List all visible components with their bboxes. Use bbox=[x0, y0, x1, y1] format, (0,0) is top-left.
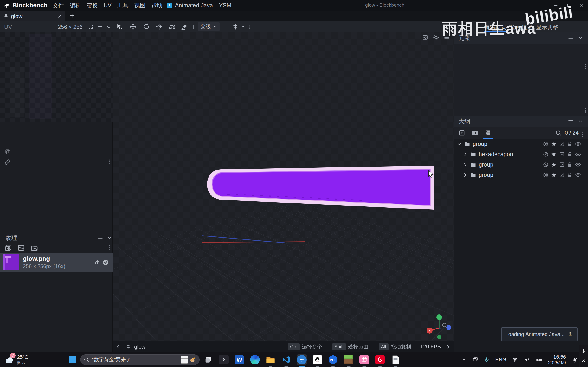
elements-panel-collapse-icon[interactable] bbox=[578, 35, 583, 41]
tab-close-icon[interactable] bbox=[57, 14, 62, 19]
taskbar-qq-icon[interactable] bbox=[312, 354, 323, 365]
tab-glow[interactable]: glow bbox=[0, 10, 65, 21]
export-toggle-icon[interactable] bbox=[543, 151, 549, 157]
lock-open-icon[interactable] bbox=[567, 141, 573, 147]
taskbar-word-icon[interactable]: W bbox=[234, 354, 245, 365]
lock-open-icon[interactable] bbox=[567, 151, 573, 157]
outliner-panel-menu-icon[interactable] bbox=[568, 118, 574, 124]
snap-dropdown-icon[interactable] bbox=[241, 25, 245, 29]
tray-date[interactable]: 2025/9/9 bbox=[548, 360, 566, 365]
parent-dropdown[interactable]: 父级 bbox=[198, 22, 220, 31]
tray-notification-bell-icon[interactable] bbox=[571, 357, 578, 363]
taskbar-search-box[interactable]: "数字黄金"要来了 bbox=[80, 354, 199, 365]
taskbar-weather-widget[interactable]: 7 25°C 多云 bbox=[4, 354, 28, 365]
add-cube-button[interactable] bbox=[458, 129, 465, 136]
visibility-eye-icon[interactable] bbox=[575, 172, 581, 178]
snap-more-icon[interactable] bbox=[249, 25, 250, 26]
panel-resize-handle-icon[interactable] bbox=[585, 64, 586, 65]
uv-editor-canvas[interactable] bbox=[0, 32, 112, 122]
outliner-view-mode-button[interactable] bbox=[485, 129, 492, 136]
autouv-star-icon[interactable] bbox=[551, 172, 557, 178]
taskbar-game-icon[interactable] bbox=[218, 354, 229, 365]
tray-mic-icon[interactable] bbox=[484, 357, 490, 363]
texture-panel-collapse-icon[interactable] bbox=[107, 235, 112, 241]
autouv-star-icon[interactable] bbox=[551, 151, 557, 157]
uv-panel-handle-icon[interactable] bbox=[109, 159, 111, 161]
uv-fullscreen-icon[interactable] bbox=[88, 24, 94, 29]
tray-battery-icon[interactable] bbox=[536, 357, 543, 363]
outliner-more-icon[interactable] bbox=[582, 132, 583, 133]
tray-wifi-icon[interactable] bbox=[512, 357, 518, 363]
gizmo-y-negative[interactable] bbox=[437, 335, 441, 339]
tray-volume-icon[interactable] bbox=[524, 357, 530, 363]
texture-folder-icon[interactable] bbox=[31, 244, 38, 252]
elements-list-empty[interactable] bbox=[454, 44, 588, 116]
lock-open-icon[interactable] bbox=[567, 172, 573, 178]
outliner-panel-collapse-icon[interactable] bbox=[578, 118, 583, 124]
visibility-eye-icon[interactable] bbox=[575, 161, 581, 168]
viewport-3d[interactable]: X bbox=[112, 32, 454, 341]
menu-file[interactable]: 文件 bbox=[52, 2, 65, 9]
taskbar-blockbench-icon[interactable] bbox=[296, 354, 307, 365]
outliner-row-group-3[interactable]: group bbox=[454, 170, 588, 180]
lock-open-icon[interactable] bbox=[567, 162, 573, 168]
model-glow-bar[interactable] bbox=[112, 32, 454, 341]
uv-panel-menu-icon[interactable] bbox=[97, 24, 103, 30]
tool-pivot[interactable] bbox=[156, 23, 163, 30]
export-toggle-icon[interactable] bbox=[543, 172, 549, 178]
uv-size-value[interactable]: 256 × 256 bbox=[58, 24, 82, 30]
export-toggle-icon[interactable] bbox=[543, 141, 549, 147]
panel-resize-handle-icon-2[interactable] bbox=[585, 108, 586, 109]
gizmo-z-positive[interactable] bbox=[446, 325, 451, 330]
new-tab-button[interactable] bbox=[69, 12, 75, 19]
autouv-star-icon[interactable] bbox=[551, 141, 557, 147]
checkbox-icon[interactable] bbox=[559, 151, 565, 157]
outliner-row-hexadecagon[interactable]: hexadecagon bbox=[454, 149, 588, 159]
texture-add-icon[interactable] bbox=[5, 244, 12, 252]
taskbar-edge-icon[interactable] bbox=[250, 354, 260, 365]
menu-uv[interactable]: UV bbox=[103, 2, 112, 9]
tool-move-gizmo[interactable] bbox=[116, 23, 123, 30]
viewport-daylight-icon[interactable] bbox=[433, 34, 439, 40]
autouv-star-icon[interactable] bbox=[551, 161, 557, 168]
menu-view[interactable]: 视图 bbox=[133, 2, 147, 9]
checkbox-icon[interactable] bbox=[559, 141, 565, 147]
export-toggle-icon[interactable] bbox=[543, 162, 549, 168]
toolbar-more-icon[interactable] bbox=[193, 25, 194, 26]
taskbar-notepad-icon[interactable] bbox=[390, 354, 401, 365]
texture-particles-icon[interactable] bbox=[93, 259, 100, 266]
tray-cast-icon[interactable] bbox=[472, 357, 478, 363]
menu-help[interactable]: 帮助 bbox=[150, 2, 164, 9]
overlay-record-icon[interactable] bbox=[581, 358, 586, 363]
chevron-down-icon[interactable] bbox=[457, 141, 462, 147]
tool-snap[interactable] bbox=[232, 23, 239, 30]
gizmo-axis-negative[interactable] bbox=[442, 323, 446, 327]
forward-chevron-icon[interactable] bbox=[445, 344, 450, 350]
tool-rotate[interactable] bbox=[143, 23, 150, 30]
start-button[interactable] bbox=[67, 354, 78, 365]
gizmo-y-positive[interactable] bbox=[436, 315, 442, 320]
chevron-right-icon[interactable] bbox=[463, 152, 468, 157]
checkbox-icon[interactable] bbox=[559, 162, 565, 167]
uv-link-icon[interactable] bbox=[4, 159, 11, 166]
uv-panel-collapse-icon[interactable] bbox=[106, 24, 112, 30]
add-group-button[interactable] bbox=[471, 129, 479, 136]
menu-transform[interactable]: 变换 bbox=[86, 2, 99, 9]
viewport-background-icon[interactable] bbox=[422, 34, 428, 40]
tray-expand-icon[interactable] bbox=[461, 357, 467, 362]
menu-ysm[interactable]: YSM bbox=[218, 2, 232, 9]
chevron-right-icon[interactable] bbox=[463, 172, 468, 178]
taskbar-widgets-icon[interactable] bbox=[203, 354, 213, 365]
taskbar-vscode-icon[interactable] bbox=[281, 354, 292, 365]
navigation-gizmo[interactable]: X bbox=[425, 311, 454, 341]
elements-panel-menu-icon[interactable] bbox=[568, 35, 574, 41]
close-button[interactable] bbox=[575, 0, 588, 10]
tool-rotate-around[interactable] bbox=[169, 23, 175, 30]
texture-confirm-icon[interactable] bbox=[102, 259, 109, 266]
chevron-right-icon[interactable] bbox=[463, 162, 468, 167]
taskbar-netease-music-icon[interactable] bbox=[375, 354, 385, 365]
texture-item-glow[interactable]: glow.png 256 x 256px (16x) bbox=[0, 253, 112, 272]
outliner-row-group-2[interactable]: group bbox=[454, 159, 588, 170]
taskbar-minecraft-icon[interactable] bbox=[343, 354, 354, 365]
menu-edit[interactable]: 编辑 bbox=[69, 2, 82, 9]
